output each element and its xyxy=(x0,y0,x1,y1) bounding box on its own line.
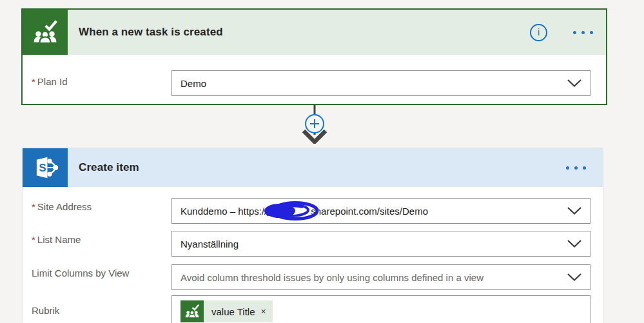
chevron-down-icon[interactable] xyxy=(567,207,582,215)
action-card: S Create item * Site Address Kunddemo – … xyxy=(23,148,603,323)
rubrik-row: Rubrik value Title × xyxy=(23,291,603,323)
chevron-down-icon[interactable] xyxy=(567,79,582,88)
limit-columns-row: Limit Columns by View Avoid column thres… xyxy=(23,260,603,286)
site-address-value-start: Kunddemo – https:// xyxy=(181,206,267,217)
ellipsis-menu-icon[interactable] xyxy=(572,28,594,37)
chevron-down-icon[interactable] xyxy=(567,273,582,282)
chevron-down-icon[interactable] xyxy=(567,240,582,248)
site-address-input[interactable]: Kunddemo – https:// sharepoint.com/sites… xyxy=(171,198,590,224)
planner-icon xyxy=(181,300,204,322)
trigger-card-header[interactable]: When a new task is created i xyxy=(23,10,606,55)
sharepoint-icon: S xyxy=(23,148,68,187)
limit-columns-placeholder: Avoid column threshold issues by only us… xyxy=(181,272,483,283)
flow-connector xyxy=(295,105,334,144)
limit-columns-input[interactable]: Avoid column threshold issues by only us… xyxy=(171,264,590,290)
token-label: value Title xyxy=(211,306,255,317)
list-name-value: Nyanställning xyxy=(181,239,239,250)
remove-token-icon[interactable]: × xyxy=(261,307,266,316)
svg-text:S: S xyxy=(39,162,46,174)
required-marker: * xyxy=(32,201,35,212)
action-card-title: Create item xyxy=(79,161,139,174)
site-address-row: * Site Address Kunddemo – https:// share… xyxy=(23,193,603,219)
required-marker: * xyxy=(32,234,35,245)
redaction-scribble xyxy=(263,201,320,220)
ellipsis-menu-icon[interactable] xyxy=(565,164,587,172)
required-marker: * xyxy=(32,76,35,87)
planner-icon xyxy=(23,10,68,55)
plan-id-label: * Plan Id xyxy=(23,76,162,87)
trigger-card: When a new task is created i * Plan Id D… xyxy=(21,8,607,105)
site-address-label: * Site Address xyxy=(23,201,162,212)
limit-columns-label: Limit Columns by View xyxy=(23,268,162,279)
list-name-label: * List Name xyxy=(23,234,162,245)
action-card-header[interactable]: S Create item xyxy=(23,148,603,187)
insert-step-button[interactable] xyxy=(306,115,324,133)
trigger-card-title: When a new task is created xyxy=(79,26,223,39)
rubrik-input[interactable]: value Title × xyxy=(171,295,590,323)
plan-id-value: Demo xyxy=(181,78,206,89)
plan-id-row: * Plan Id Demo xyxy=(23,63,606,99)
site-address-value-end: sharepoint.com/sites/Demo xyxy=(311,206,428,217)
dynamic-content-token[interactable]: value Title × xyxy=(181,300,273,322)
info-icon[interactable]: i xyxy=(530,24,547,41)
rubrik-label: Rubrik xyxy=(23,305,162,316)
list-name-row: * List Name Nyanställning xyxy=(23,226,603,252)
list-name-input[interactable]: Nyanställning xyxy=(171,231,590,257)
plan-id-input[interactable]: Demo xyxy=(171,70,590,96)
